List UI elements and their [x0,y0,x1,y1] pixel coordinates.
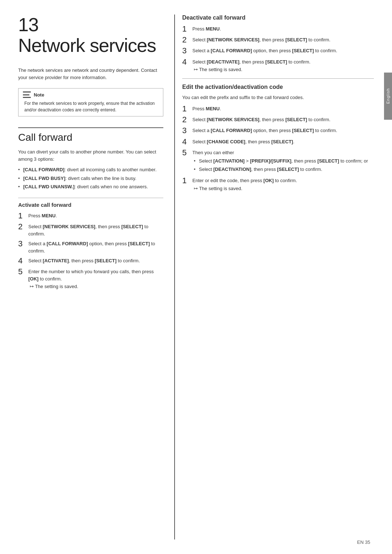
deactivate-steps: 1 Press MENU. 2 Select [NETWORK SERVICES… [182,25,374,73]
list-item: [CALL FWD BUSY]: divert calls when the l… [18,175,163,182]
activate-steps: 1 Press MENU. 2 Select [NETWORK SERVICES… [18,212,163,290]
step-item: 3 Select a [CALL FORWARD] option, then p… [182,46,374,55]
select-key: [SELECT] [292,48,314,53]
step-item: 5 Enter the number to which you forward … [18,267,163,290]
note-text: For the network services to work properl… [23,100,159,113]
step-item: 4 Select [DEACTIVATE], then press [SELEC… [182,58,374,73]
activation-key: [ACTIVATION] [213,158,245,164]
step-item: 3 Select a [CALL FORWARD] option, then p… [18,239,163,254]
step-content: Select [DEACTIVATE], then press [SELECT]… [192,58,374,73]
step-item: 4 Select [ACTIVATE], then press [SELECT]… [18,257,163,265]
ok-key: [OK] [264,178,274,183]
option-bold-3: [CALL FWD UNANSW.] [23,184,74,189]
sub-bullet-item: Select [DEACTIVATION], then press [SELEC… [194,166,374,173]
select-key: [SELECT] [292,128,314,133]
prefix-suffix-key: [PREFIX]/[SUFFIX] [250,158,291,164]
select-key: [SELECT] [95,258,117,263]
step-item: 1 Enter or edit the code, then press [OK… [182,176,374,192]
step-number: 3 [18,239,28,248]
chapter-title: 13 Network services [18,15,163,56]
note-icon [23,91,31,98]
step-item: 1 Press MENU. [182,104,374,113]
note-box: Note For the network services to work pr… [18,88,163,116]
call-forward-intro: You can divert your calls to another pho… [18,148,163,163]
note-icon-bar2 [23,94,29,95]
chapter-intro: The network services are network and cou… [18,67,163,81]
left-column: 13 Network services The network services… [18,15,174,539]
step-number: 3 [182,46,192,55]
step-content: Enter the number to which you forward yo… [28,267,163,290]
step-item: 4 Select [CHANGE CODE], then press [SELE… [182,138,374,146]
call-forward-key: [CALL FORWARD] [211,48,252,53]
step-content: Select [ACTIVATE], then press [SELECT] t… [28,257,163,264]
edit-code-steps: 1 Press MENU. 2 Select [NETWORK SERVICES… [182,104,374,192]
result-line: The setting is saved. [30,283,163,290]
page-container: English 13 Network services The network … [0,0,392,554]
note-icon-bar3 [23,97,31,98]
step5-sub-bullets: Select [ACTIVATION] > [PREFIX]/[SUFFIX],… [194,157,374,173]
step-item: 3 Select a [CALL FORWARD] option, then p… [182,126,374,135]
step-content: Enter or edit the code, then press [OK] … [192,176,374,192]
select-key: [SELECT] [128,241,150,246]
chapter-number: 13 [18,15,163,35]
step-content: Select [NETWORK SERVICES], then press [S… [28,222,163,237]
select-key: [SELECT] [285,117,307,122]
sub-bullet-item: Select [ACTIVATION] > [PREFIX]/[SUFFIX],… [194,157,374,165]
step-item: 1 Press MENU. [182,25,374,33]
change-code-key: [CHANGE CODE] [207,139,245,144]
step-number: 1 [182,104,192,113]
select-key: [SELECT] [271,139,293,144]
activate-subsection-title: Activate call forward [18,198,163,208]
step-item: 2 Select [NETWORK SERVICES], then press … [182,115,374,124]
deactivate-key: [DEACTIVATE] [207,59,240,65]
call-forward-key: [CALL FORWARD] [211,128,252,133]
menu-key: MENU [42,213,56,218]
step-number: 1 [18,212,28,220]
step-number: 1 [182,176,192,185]
footer: EN 35 [357,539,370,545]
step-content: Then you can either Select [ACTIVATION] … [192,148,374,175]
step-number: 1 [182,25,192,33]
step-content: Select [NETWORK SERVICES], then press [S… [192,36,374,44]
side-tab: English [384,73,392,120]
step-item: 5 Then you can either Select [ACTIVATION… [182,148,374,175]
step-item: 2 Select [NETWORK SERVICES], then press … [18,222,163,237]
step-number: 5 [182,148,192,157]
step-content: Select a [CALL FORWARD] option, then pre… [192,126,374,134]
network-services-key: [NETWORK SERVICES] [207,37,260,42]
deactivation-key: [DEACTIVATION] [213,167,251,172]
step-content: Press MENU. [192,25,374,33]
step-content: Press MENU. [28,212,163,219]
step-content: Select [CHANGE CODE], then press [SELECT… [192,138,374,145]
step-number: 3 [182,126,192,135]
call-forward-options: [CALL FORWARD]: divert all incoming call… [18,166,163,190]
step-number: 2 [182,36,192,44]
edit-code-intro: You can edit the prefix and suffix to th… [182,94,374,101]
step-content: Select a [CALL FORWARD] option, then pre… [28,239,163,254]
network-services-key: [NETWORK SERVICES] [207,117,260,122]
step-item: 2 Select [NETWORK SERVICES], then press … [182,36,374,44]
option-bold-2: [CALL FWD BUSY] [23,176,65,181]
select-key: [SELECT] [277,167,299,172]
step-content: Select a [CALL FORWARD] option, then pre… [192,46,374,54]
deactivate-subsection-title: Deactivate call forward [182,15,374,21]
step-content: Press MENU. [192,104,374,112]
menu-key: MENU [206,26,220,32]
ok-key: [OK] [28,276,38,282]
network-services-key: [NETWORK SERVICES] [43,224,95,229]
step-content: Select [NETWORK SERVICES], then press [S… [192,115,374,123]
right-column: Deactivate call forward 1 Press MENU. 2 … [174,15,374,539]
side-tab-label: English [386,88,390,104]
call-forward-title: Call forward [18,127,163,143]
option-bold-1: [CALL FORWARD] [23,167,65,172]
step-number: 4 [182,138,192,146]
note-label: Note [34,92,44,98]
result-line: The setting is saved. [194,185,374,192]
step-number: 4 [182,58,192,66]
step-number: 2 [18,222,28,231]
list-item: [CALL FWD UNANSW.]: divert calls when no… [18,183,163,190]
call-forward-key: [CALL FORWARD] [47,241,88,246]
select-key: [SELECT] [121,224,143,229]
step-number: 4 [18,257,28,265]
activate-key: [ACTIVATE] [43,258,69,263]
